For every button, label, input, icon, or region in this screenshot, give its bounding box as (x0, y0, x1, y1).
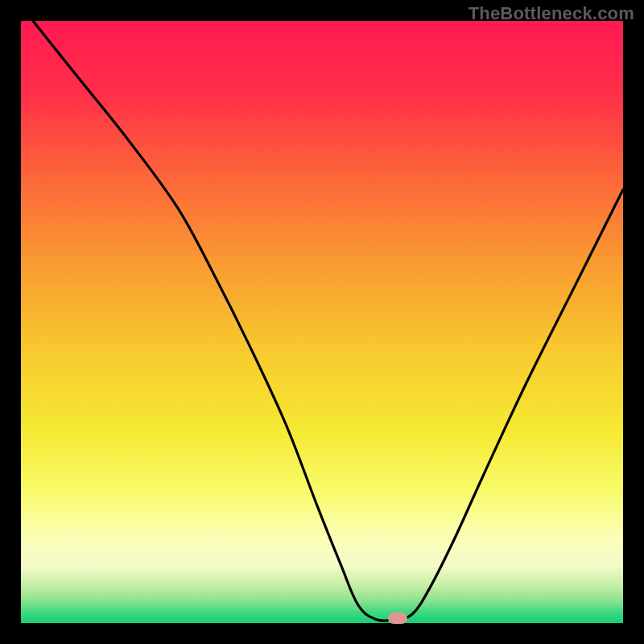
optimum-marker (388, 613, 407, 624)
svg-rect-0 (21, 21, 623, 623)
background-gradient (21, 21, 623, 623)
chart-frame: TheBottleneck.com (0, 0, 644, 644)
plot-area (21, 21, 623, 623)
